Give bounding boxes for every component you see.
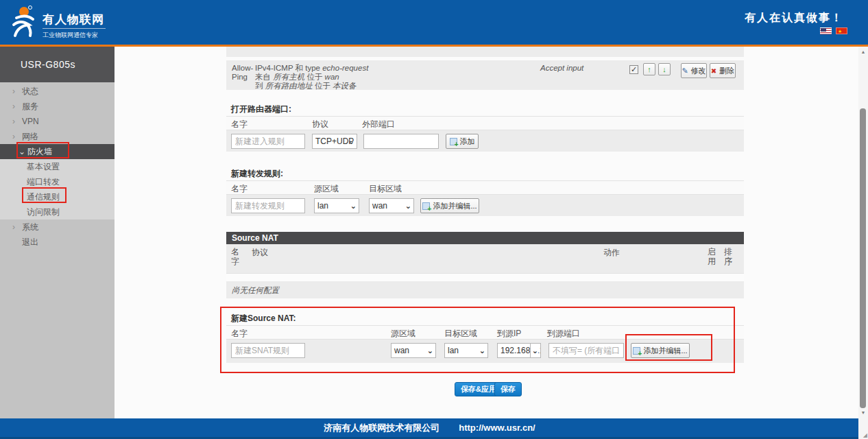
sidebar-item-status[interactable]: ›状态 <box>0 84 114 99</box>
add-and-edit-button[interactable]: 添加并编辑... <box>631 343 690 358</box>
save-button[interactable]: 保存 <box>494 382 522 396</box>
col-header-to-port: 到源端口 <box>547 328 580 340</box>
open-ports-name-input[interactable] <box>231 134 305 149</box>
col-header-to-ip: 到源IP <box>497 328 521 340</box>
scroll-down-icon[interactable]: ▼ <box>858 410 868 415</box>
chevron-right-icon: › <box>12 129 15 144</box>
forward-rules-header-row: 名字 源区域 目标区域 <box>226 180 744 195</box>
rule-enabled-checkbox[interactable]: ✓ <box>629 65 638 74</box>
open-ports-input-row: TCP+UDP⌄ 添加 <box>226 130 744 152</box>
snat-to-port-input[interactable] <box>548 343 624 358</box>
sidebar-item-services[interactable]: ›服务 <box>0 99 114 114</box>
arrow-down-icon: ↓ <box>662 65 666 73</box>
col-header-src-zone: 源区域 <box>391 328 415 340</box>
chevron-right-icon: › <box>12 99 15 114</box>
open-ports-header-row: 名字 协议 外部端口 <box>226 116 744 130</box>
resize-corner-icon: ◢ <box>863 432 867 438</box>
sidebar-item-logout[interactable]: 退出 <box>0 235 114 250</box>
footer-company: 济南有人物联网技术有限公司 <box>324 422 439 434</box>
move-up-button[interactable]: ↑ <box>643 63 655 75</box>
sidebar-item-access-restriction[interactable]: 访问限制 <box>0 204 114 220</box>
select-arrow-icon: ⌄ <box>348 134 354 148</box>
sidebar-item-firewall[interactable]: ⌄防火墙 <box>0 144 114 159</box>
pencil-icon: ✎ <box>682 67 688 75</box>
us-flag-icon[interactable] <box>820 27 832 34</box>
forward-dst-select[interactable]: wan⌄ <box>369 198 414 213</box>
source-nat-header-row: 名字 协议 动作 启用 排序 <box>226 244 744 273</box>
sidebar-item-vpn[interactable]: ›VPN <box>0 114 114 129</box>
scrolled-row-fragment <box>226 47 744 57</box>
rule-row-allow-ping: Allow-Ping IPv4-ICMP 和 type echo-request… <box>226 60 744 90</box>
col-header-name: 名字 <box>231 328 248 340</box>
new-snat-header-row: 名字 源区域 目标区域 到源IP 到源端口 <box>226 325 744 340</box>
new-snat-title: 新建Source NAT: <box>231 313 296 324</box>
forward-rules-title: 新建转发规则: <box>231 168 283 180</box>
app-header: 有人物联网 工业物联网通信专家 有人在认真做事！ ★ <box>0 0 868 45</box>
col-header-action: 动作 <box>603 247 620 259</box>
sidebar-item-network[interactable]: ›网络 <box>0 129 114 144</box>
sidebar: USR-G805s ›状态 ›服务 ›VPN ›网络 ⌄防火墙 基本设置 端口转… <box>0 47 114 418</box>
footer-url[interactable]: http://www.usr.cn/ <box>459 423 535 433</box>
rule-desc-line1: IPv4-ICMP 和 type echo-request <box>255 64 543 73</box>
check-icon: ✓ <box>631 65 637 73</box>
select-arrow-icon: ⌄ <box>350 199 357 213</box>
col-header-sort: 排序 <box>724 247 734 266</box>
col-header-name: 名字 <box>231 119 248 130</box>
sidebar-item-traffic-rules[interactable]: 通信规则 <box>0 189 114 204</box>
move-down-button[interactable]: ↓ <box>658 63 671 75</box>
col-header-dst-zone: 目标区域 <box>444 328 477 340</box>
select-arrow-icon: ⌄ <box>427 344 433 357</box>
snat-src-select[interactable]: wan⌄ <box>391 343 436 358</box>
add-and-edit-button[interactable]: 添加并编辑... <box>420 198 479 213</box>
page-footer: 济南有人物联网技术有限公司 http://www.usr.cn/ <box>0 418 859 439</box>
add-doc-icon <box>422 202 430 210</box>
rule-desc-line3: 到 所有路由地址 位于 本设备 <box>255 82 543 91</box>
add-doc-icon <box>450 138 457 145</box>
select-arrow-icon: ⌄ <box>479 344 485 357</box>
col-header-name: 名字 <box>231 183 248 195</box>
sidebar-item-port-forwarding[interactable]: 端口转发 <box>0 174 114 189</box>
rule-desc-line2: 来自 所有主机 位于 wan <box>255 73 543 82</box>
chevron-right-icon: › <box>12 84 15 99</box>
empty-config-text: 尚无任何配置 <box>232 285 279 296</box>
sidebar-item-system[interactable]: ›系统 <box>0 220 114 235</box>
forward-rules-input-row: lan⌄ wan⌄ 添加并编辑... <box>226 195 744 216</box>
chevron-right-icon: › <box>12 114 15 129</box>
source-nat-title-bar: Source NAT <box>226 232 744 244</box>
snat-to-ip-select[interactable]: 192.168.1.1⌄ <box>497 343 541 358</box>
add-button[interactable]: 添加 <box>446 134 479 149</box>
device-name: USR-G805s <box>0 47 114 82</box>
usr-logo-icon <box>7 4 40 40</box>
forward-src-select[interactable]: lan⌄ <box>314 198 359 213</box>
rule-name: Allow-Ping <box>232 64 255 82</box>
delete-x-icon: ✖ <box>711 67 716 75</box>
scroll-up-icon[interactable]: ▲ <box>858 49 868 54</box>
rule-action: Accept input <box>540 64 583 72</box>
col-header-enable: 启用 <box>708 247 717 266</box>
edit-button[interactable]: ✎修改 <box>681 63 707 78</box>
vertical-scrollbar[interactable]: ▲ ▼ ◢ <box>858 47 868 439</box>
arrow-up-icon: ↑ <box>647 65 651 73</box>
add-doc-icon <box>633 347 640 355</box>
source-nat-spacer-row <box>226 273 744 281</box>
open-ports-extport-input[interactable] <box>363 134 439 149</box>
snat-name-input[interactable] <box>231 343 305 358</box>
col-header-name: 名字 <box>231 247 241 266</box>
forward-name-input[interactable] <box>231 198 305 213</box>
open-ports-title: 打开路由器端口: <box>231 104 291 115</box>
select-arrow-icon: ⌄ <box>530 344 538 357</box>
header-slogan: 有人在认真做事！ <box>745 11 843 25</box>
cn-flag-icon[interactable]: ★ <box>836 27 847 34</box>
chevron-down-icon: ⌄ <box>19 144 25 159</box>
sidebar-item-basic-settings[interactable]: 基本设置 <box>0 159 114 174</box>
select-arrow-icon: ⌄ <box>405 199 411 213</box>
snat-dst-select[interactable]: lan⌄ <box>444 343 488 358</box>
col-header-dst-zone: 目标区域 <box>369 183 402 195</box>
scrollbar-thumb[interactable] <box>860 108 866 408</box>
open-ports-protocol-select[interactable]: TCP+UDP⌄ <box>312 134 357 149</box>
delete-button[interactable]: ✖删除 <box>710 63 736 78</box>
new-snat-input-row: wan⌄ lan⌄ 192.168.1.1⌄ 添加并编辑... <box>226 340 744 363</box>
brand-title: 有人物联网 <box>43 12 104 27</box>
brand-subtitle: 工业物联网通信专家 <box>43 28 106 40</box>
col-header-protocol: 协议 <box>252 247 268 259</box>
